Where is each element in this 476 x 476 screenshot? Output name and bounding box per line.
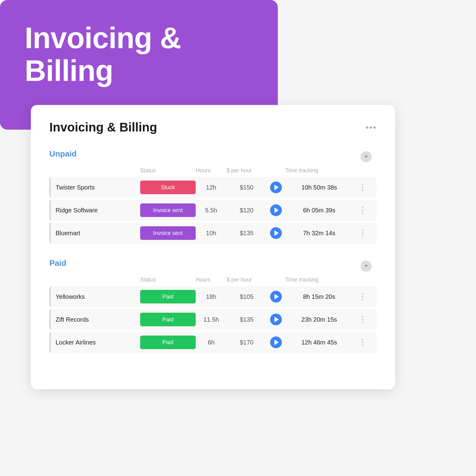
time-tracking-value: 8h 15m 20s — [285, 293, 353, 300]
play-button[interactable] — [270, 314, 282, 325]
status-badge[interactable]: Paid — [140, 336, 196, 349]
play-icon — [274, 185, 279, 190]
dot — [362, 316, 363, 318]
dot — [362, 299, 363, 300]
unpaid-add-button[interactable]: + — [361, 151, 372, 162]
dot — [362, 210, 363, 211]
hero-title: Invoicing & Billing — [25, 22, 253, 87]
table-row: Twister Sports Stuck 12h $150 10h 50m 38… — [49, 177, 377, 198]
row-action-menu[interactable] — [353, 316, 372, 323]
status-badge[interactable]: Stuck — [140, 181, 196, 194]
unpaid-col-name — [54, 167, 140, 174]
rate-value: $170 — [227, 339, 267, 346]
status-badge[interactable]: Paid — [140, 290, 196, 303]
dot — [362, 293, 363, 295]
dot — [362, 322, 363, 323]
hours-value: 12h — [196, 184, 227, 191]
time-tracking-value: 12h 46m 45s — [285, 339, 353, 346]
hours-value: 18h — [196, 293, 227, 300]
paid-col-play-spacer — [267, 277, 285, 283]
unpaid-col-status: Status — [140, 167, 196, 174]
play-icon — [274, 294, 279, 299]
client-name: Locker Airlines — [56, 339, 140, 346]
card-header: Invoicing & Billing ••• — [49, 120, 377, 134]
unpaid-rows-container: Twister Sports Stuck 12h $150 10h 50m 38… — [49, 177, 377, 244]
play-button[interactable] — [270, 291, 282, 303]
card-title: Invoicing & Billing — [49, 120, 157, 134]
paid-col-name — [54, 277, 140, 283]
paid-section: Paid + Status Hours $ per hour Time trac… — [49, 258, 377, 353]
paid-table-header: Status Hours $ per hour Time tracking — [49, 277, 377, 286]
time-tracking-value: 23h 20m 15s — [285, 316, 353, 323]
unpaid-col-rate: $ per hour — [227, 167, 267, 174]
paid-col-tracking: Time tracking — [285, 277, 353, 283]
dot — [362, 230, 363, 231]
row-action-menu[interactable] — [353, 230, 372, 237]
paid-col-hours: Hours — [196, 277, 227, 283]
main-card: Invoicing & Billing ••• Unpaid + Status … — [31, 105, 395, 389]
play-button[interactable] — [270, 204, 282, 216]
dot — [362, 339, 363, 340]
dot — [362, 184, 363, 186]
row-action-menu[interactable] — [353, 293, 372, 300]
dot — [362, 212, 363, 214]
paid-section-header: Paid + — [49, 258, 377, 273]
dot — [362, 296, 363, 298]
unpaid-col-tracking: Time tracking — [285, 167, 353, 174]
play-icon — [274, 207, 279, 213]
paid-col-status: Status — [140, 277, 196, 283]
rate-value: $135 — [227, 230, 267, 237]
table-row: Bluemart Invoice sent 10h $135 7h 32m 14… — [49, 223, 377, 244]
hours-value: 10h — [196, 230, 227, 237]
more-menu-button[interactable]: ••• — [366, 123, 377, 132]
status-badge[interactable]: Invoice sent — [140, 203, 196, 217]
status-badge[interactable]: Invoice sent — [140, 226, 196, 240]
rate-value: $135 — [227, 316, 267, 323]
table-row: Yelloworks Paid 18h $105 8h 15m 20s — [49, 286, 377, 307]
dot — [362, 232, 363, 234]
status-badge[interactable]: Paid — [140, 313, 196, 326]
paid-rows-container: Yelloworks Paid 18h $105 8h 15m 20s — [49, 286, 377, 353]
rate-value: $120 — [227, 207, 267, 214]
dot — [362, 319, 363, 320]
table-row: Ridge Software Invoice sent 5.5h $120 6h… — [49, 200, 377, 221]
hours-value: 6h — [196, 339, 227, 346]
row-action-menu[interactable] — [353, 184, 372, 191]
paid-col-actions-spacer — [353, 277, 372, 283]
client-name: Bluemart — [56, 230, 140, 237]
dot — [362, 344, 363, 346]
table-row: Zift Records Paid 11.5h $135 23h 20m 15s — [49, 309, 377, 330]
paid-add-button[interactable]: + — [361, 261, 372, 272]
play-button[interactable] — [270, 182, 282, 193]
unpaid-table-header: Status Hours $ per hour Time tracking — [49, 167, 377, 177]
dot — [362, 190, 363, 191]
play-icon — [274, 230, 279, 236]
dot — [362, 235, 363, 237]
unpaid-section-title: Unpaid — [49, 149, 77, 159]
client-name: Yelloworks — [56, 293, 140, 300]
client-name: Ridge Software — [56, 207, 140, 214]
dot — [362, 207, 363, 208]
client-name: Twister Sports — [56, 184, 140, 191]
unpaid-col-hours: Hours — [196, 167, 227, 174]
play-button[interactable] — [270, 227, 282, 239]
unpaid-col-actions-spacer — [353, 167, 372, 174]
row-action-menu[interactable] — [353, 339, 372, 346]
play-button[interactable] — [270, 336, 282, 348]
table-row: Locker Airlines Paid 6h $170 12h 46m 45s — [49, 332, 377, 353]
dot — [362, 187, 363, 188]
hours-value: 5.5h — [196, 207, 227, 214]
unpaid-col-play-spacer — [267, 167, 285, 174]
time-tracking-value: 7h 32m 14s — [285, 230, 353, 237]
paid-section-title: Paid — [49, 258, 66, 268]
rate-value: $150 — [227, 184, 267, 191]
play-icon — [274, 340, 279, 345]
unpaid-section-header: Unpaid + — [49, 149, 377, 164]
time-tracking-value: 6h 05m 39s — [285, 207, 353, 214]
hours-value: 11.5h — [196, 316, 227, 323]
unpaid-section: Unpaid + Status Hours $ per hour Time tr… — [49, 149, 377, 244]
time-tracking-value: 10h 50m 38s — [285, 184, 353, 191]
client-name: Zift Records — [56, 316, 140, 323]
row-action-menu[interactable] — [353, 207, 372, 214]
paid-col-rate: $ per hour — [227, 277, 267, 283]
